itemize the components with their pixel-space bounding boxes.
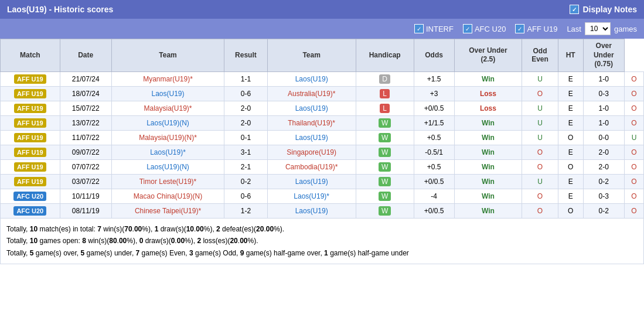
cell-badge: AFF U19 (1, 115, 60, 130)
cell-wdl: W (356, 145, 414, 159)
cell-badge: AFF U19 (1, 174, 60, 189)
cell-team1: Chinese Taipei(U19)* (111, 203, 224, 218)
cell-badge: AFC U20 (1, 189, 60, 203)
cell-team2: Laos(U19) (267, 174, 356, 189)
summary-line2: Totally, 10 games open: 8 win(s)(80.00%)… (6, 235, 638, 247)
cell-date: 13/07/22 (60, 115, 111, 130)
cell-result: 0-6 (224, 189, 267, 203)
cell-ou25: U (522, 174, 558, 189)
cell-ou075: O (624, 71, 643, 86)
cell-team1: Laos(U19)(N) (111, 159, 224, 174)
cell-oe: E (558, 174, 583, 189)
th-team1: Team (111, 39, 224, 72)
cell-handicap: +0/0.5 (414, 174, 454, 189)
last-label: Last (567, 25, 581, 33)
table-row: AFF U19 11/07/22 Malaysia(U19)(N)* 0-1 L… (1, 130, 644, 145)
cell-result: 0-1 (224, 130, 267, 145)
summary-line3: Totally, 5 game(s) over, 5 game(s) under… (6, 247, 638, 259)
th-handicap: Handicap (356, 39, 414, 72)
last-games-select[interactable]: 10 20 30 (585, 22, 611, 35)
cell-oe: E (558, 86, 583, 101)
cell-odds: Win (454, 145, 522, 159)
cell-badge: AFF U19 (1, 130, 60, 145)
cell-odds: Loss (454, 101, 522, 115)
cell-team2: Australia(U19)* (267, 86, 356, 101)
table-row: AFC U20 08/11/19 Chinese Taipei(U19)* 1-… (1, 203, 644, 218)
th-ht: HT (558, 39, 583, 72)
cell-team1: Laos(U19)* (111, 145, 224, 159)
cell-team1: Myanmar(U19)* (111, 71, 224, 86)
cell-handicap: +0/0.5 (414, 101, 454, 115)
cell-odds: Win (454, 174, 522, 189)
aff-u19-filter[interactable]: ✓ AFF U19 (515, 24, 557, 33)
cell-date: 10/11/19 (60, 189, 111, 203)
cell-team2: Laos(U19) (267, 101, 356, 115)
last-games-section: Last 10 20 30 games (567, 22, 637, 35)
table-row: AFF U19 13/07/22 Laos(U19)(N) 2-0 Thaila… (1, 115, 644, 130)
interf-filter[interactable]: ✓ INTERF (414, 24, 454, 33)
cell-ht: 1-0 (583, 115, 624, 130)
cell-handicap: +1/1.5 (414, 115, 454, 130)
th-odds: Odds (414, 39, 454, 72)
cell-wdl: W (356, 174, 414, 189)
display-notes-checkbox[interactable]: ✓ (570, 5, 579, 14)
interf-label: INTERF (426, 25, 454, 33)
cell-result: 1-1 (224, 71, 267, 86)
cell-date: 03/07/22 (60, 174, 111, 189)
cell-team2: Laos(U19) (267, 203, 356, 218)
cell-ou25: O (522, 189, 558, 203)
cell-badge: AFC U20 (1, 203, 60, 218)
cell-badge: AFF U19 (1, 86, 60, 101)
th-ou075: OverUnder(0.75) (583, 39, 624, 72)
table-row: AFF U19 07/07/22 Laos(U19)(N) 2-1 Cambod… (1, 159, 644, 174)
cell-team1: Laos(U19)(N) (111, 115, 224, 130)
aff-u19-label: AFF U19 (527, 25, 557, 33)
cell-badge: AFF U19 (1, 71, 60, 86)
table-row: AFF U19 18/07/24 Laos(U19) 0-6 Australia… (1, 86, 644, 101)
cell-team2: Laos(U19)* (267, 189, 356, 203)
cell-ou075: O (624, 189, 643, 203)
th-result: Result (224, 39, 267, 72)
games-label: games (614, 25, 637, 33)
cell-handicap: -4 (414, 189, 454, 203)
cell-team2: Laos(U19) (267, 71, 356, 86)
cell-handicap: +0.5 (414, 159, 454, 174)
cell-result: 1-2 (224, 203, 267, 218)
cell-date: 15/07/22 (60, 101, 111, 115)
cell-date: 09/07/22 (60, 145, 111, 159)
cell-ou25: U (522, 101, 558, 115)
cell-date: 18/07/24 (60, 86, 111, 101)
cell-team1: Malaysia(U19)(N)* (111, 130, 224, 145)
cell-ou075: O (624, 145, 643, 159)
cell-team2: Thailand(U19)* (267, 115, 356, 130)
cell-oe: E (558, 101, 583, 115)
th-odd-even: OddEven (522, 39, 558, 72)
cell-result: 0-2 (224, 174, 267, 189)
cell-ht: 0-2 (583, 174, 624, 189)
cell-handicap: +3 (414, 86, 454, 101)
cell-result: 3-1 (224, 145, 267, 159)
cell-handicap: +0.5 (414, 130, 454, 145)
cell-date: 08/11/19 (60, 203, 111, 218)
afc-u20-label: AFC U20 (475, 25, 506, 33)
cell-oe: O (558, 130, 583, 145)
cell-team1: Timor Leste(U19)* (111, 174, 224, 189)
table-row: AFF U19 03/07/22 Timor Leste(U19)* 0-2 L… (1, 174, 644, 189)
cell-wdl: L (356, 101, 414, 115)
cell-ou25: O (522, 145, 558, 159)
cell-ht: 2-0 (583, 159, 624, 174)
cell-handicap: -0.5/1 (414, 145, 454, 159)
afc-u20-checkbox[interactable]: ✓ (463, 24, 472, 33)
cell-ht: 1-0 (583, 101, 624, 115)
table-row: AFF U19 15/07/22 Malaysia(U19)* 2-0 Laos… (1, 101, 644, 115)
interf-checkbox[interactable]: ✓ (414, 24, 424, 33)
afc-u20-filter[interactable]: ✓ AFC U20 (463, 24, 506, 33)
cell-wdl: W (356, 159, 414, 174)
cell-result: 0-6 (224, 86, 267, 101)
cell-ou25: O (522, 159, 558, 174)
aff-u19-checkbox[interactable]: ✓ (515, 24, 524, 33)
cell-handicap: +0/0.5 (414, 203, 454, 218)
cell-team2: Laos(U19) (267, 130, 356, 145)
th-ou25: Over Under(2.5) (454, 39, 522, 72)
display-notes-label: Display Notes (582, 5, 637, 14)
